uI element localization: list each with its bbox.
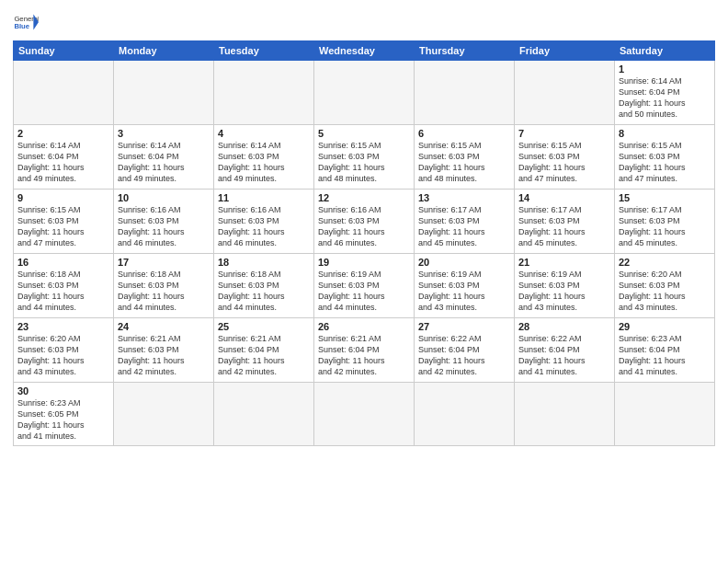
- day-number: 19: [318, 257, 410, 268]
- calendar-day-cell: 1Sunrise: 6:14 AM Sunset: 6:04 PM Daylig…: [615, 61, 715, 125]
- calendar-week-row: 1Sunrise: 6:14 AM Sunset: 6:04 PM Daylig…: [14, 61, 715, 125]
- calendar-day-cell: [515, 61, 615, 125]
- calendar-week-row: 2Sunrise: 6:14 AM Sunset: 6:04 PM Daylig…: [14, 125, 715, 190]
- day-number: 12: [318, 192, 410, 203]
- calendar-day-cell: 24Sunrise: 6:21 AM Sunset: 6:03 PM Dayli…: [114, 318, 214, 383]
- calendar-day-cell: 4Sunrise: 6:14 AM Sunset: 6:03 PM Daylig…: [214, 125, 314, 190]
- day-info: Sunrise: 6:18 AM Sunset: 6:03 PM Dayligh…: [218, 269, 310, 314]
- calendar-day-cell: 28Sunrise: 6:22 AM Sunset: 6:04 PM Dayli…: [515, 318, 615, 383]
- day-number: 20: [418, 257, 510, 268]
- calendar-day-cell: 7Sunrise: 6:15 AM Sunset: 6:03 PM Daylig…: [515, 125, 615, 190]
- day-number: 21: [518, 257, 610, 268]
- weekday-header-thursday: Thursday: [415, 41, 515, 61]
- day-number: 23: [17, 321, 109, 332]
- day-info: Sunrise: 6:21 AM Sunset: 6:04 PM Dayligh…: [318, 333, 410, 378]
- day-number: 5: [318, 128, 410, 139]
- weekday-header-wednesday: Wednesday: [314, 41, 415, 61]
- weekday-header-tuesday: Tuesday: [214, 41, 314, 61]
- day-number: 10: [118, 192, 210, 203]
- calendar-day-cell: 5Sunrise: 6:15 AM Sunset: 6:03 PM Daylig…: [314, 125, 415, 190]
- day-number: 13: [418, 192, 510, 203]
- calendar-day-cell: [114, 61, 214, 125]
- day-number: 16: [17, 257, 109, 268]
- header: General Blue: [13, 9, 715, 35]
- day-info: Sunrise: 6:14 AM Sunset: 6:04 PM Dayligh…: [619, 75, 711, 121]
- calendar-day-cell: 2Sunrise: 6:14 AM Sunset: 6:04 PM Daylig…: [14, 125, 114, 190]
- day-number: 29: [619, 321, 711, 332]
- day-number: 7: [518, 128, 610, 139]
- calendar-day-cell: 14Sunrise: 6:17 AM Sunset: 6:03 PM Dayli…: [515, 190, 615, 254]
- calendar-day-cell: 13Sunrise: 6:17 AM Sunset: 6:03 PM Dayli…: [415, 190, 515, 254]
- calendar-day-cell: 18Sunrise: 6:18 AM Sunset: 6:03 PM Dayli…: [214, 254, 314, 318]
- day-number: 15: [619, 192, 711, 203]
- day-info: Sunrise: 6:14 AM Sunset: 6:04 PM Dayligh…: [118, 140, 210, 185]
- day-info: Sunrise: 6:23 AM Sunset: 6:04 PM Dayligh…: [619, 333, 711, 378]
- svg-text:Blue: Blue: [14, 22, 29, 30]
- day-info: Sunrise: 6:15 AM Sunset: 6:03 PM Dayligh…: [518, 140, 610, 185]
- day-number: 11: [218, 192, 310, 203]
- day-number: 4: [218, 128, 310, 139]
- calendar-day-cell: [515, 383, 615, 446]
- calendar-day-cell: 8Sunrise: 6:15 AM Sunset: 6:03 PM Daylig…: [615, 125, 715, 190]
- calendar-day-cell: 9Sunrise: 6:15 AM Sunset: 6:03 PM Daylig…: [14, 190, 114, 254]
- day-number: 26: [318, 321, 410, 332]
- weekday-header-saturday: Saturday: [615, 41, 715, 61]
- weekday-header-sunday: Sunday: [14, 41, 114, 61]
- day-info: Sunrise: 6:18 AM Sunset: 6:03 PM Dayligh…: [118, 269, 210, 314]
- calendar-day-cell: [214, 383, 314, 446]
- day-number: 22: [619, 257, 711, 268]
- calendar-week-row: 9Sunrise: 6:15 AM Sunset: 6:03 PM Daylig…: [14, 190, 715, 254]
- calendar-day-cell: 3Sunrise: 6:14 AM Sunset: 6:04 PM Daylig…: [114, 125, 214, 190]
- calendar-day-cell: 12Sunrise: 6:16 AM Sunset: 6:03 PM Dayli…: [314, 190, 415, 254]
- calendar-day-cell: 17Sunrise: 6:18 AM Sunset: 6:03 PM Dayli…: [114, 254, 214, 318]
- calendar-day-cell: 21Sunrise: 6:19 AM Sunset: 6:03 PM Dayli…: [515, 254, 615, 318]
- day-info: Sunrise: 6:16 AM Sunset: 6:03 PM Dayligh…: [218, 204, 310, 249]
- calendar-day-cell: 16Sunrise: 6:18 AM Sunset: 6:03 PM Dayli…: [14, 254, 114, 318]
- day-info: Sunrise: 6:20 AM Sunset: 6:03 PM Dayligh…: [17, 333, 109, 378]
- day-number: 3: [118, 128, 210, 139]
- day-number: 17: [118, 257, 210, 268]
- calendar-day-cell: 26Sunrise: 6:21 AM Sunset: 6:04 PM Dayli…: [314, 318, 415, 383]
- day-number: 28: [518, 321, 610, 332]
- calendar-day-cell: 6Sunrise: 6:15 AM Sunset: 6:03 PM Daylig…: [415, 125, 515, 190]
- calendar-day-cell: [314, 383, 415, 446]
- day-info: Sunrise: 6:22 AM Sunset: 6:04 PM Dayligh…: [418, 333, 510, 378]
- day-info: Sunrise: 6:21 AM Sunset: 6:04 PM Dayligh…: [218, 333, 310, 378]
- day-info: Sunrise: 6:14 AM Sunset: 6:03 PM Dayligh…: [218, 140, 310, 185]
- weekday-header-monday: Monday: [114, 41, 214, 61]
- day-number: 2: [17, 128, 109, 139]
- calendar-day-cell: [114, 383, 214, 446]
- day-info: Sunrise: 6:23 AM Sunset: 6:05 PM Dayligh…: [17, 397, 109, 442]
- day-number: 27: [418, 321, 510, 332]
- weekday-header-row: SundayMondayTuesdayWednesdayThursdayFrid…: [14, 41, 715, 61]
- day-info: Sunrise: 6:15 AM Sunset: 6:03 PM Dayligh…: [318, 140, 410, 185]
- calendar-day-cell: 23Sunrise: 6:20 AM Sunset: 6:03 PM Dayli…: [14, 318, 114, 383]
- day-number: 24: [118, 321, 210, 332]
- calendar-day-cell: 22Sunrise: 6:20 AM Sunset: 6:03 PM Dayli…: [615, 254, 715, 318]
- calendar-day-cell: [314, 61, 415, 125]
- day-number: 30: [17, 385, 109, 396]
- day-info: Sunrise: 6:15 AM Sunset: 6:03 PM Dayligh…: [619, 140, 711, 185]
- day-info: Sunrise: 6:15 AM Sunset: 6:03 PM Dayligh…: [418, 140, 510, 185]
- day-number: 25: [218, 321, 310, 332]
- calendar-day-cell: [14, 61, 114, 125]
- day-info: Sunrise: 6:17 AM Sunset: 6:03 PM Dayligh…: [518, 204, 610, 249]
- page: General Blue SundayMondayTuesdayWednesda…: [0, 0, 728, 563]
- calendar-day-cell: 15Sunrise: 6:17 AM Sunset: 6:03 PM Dayli…: [615, 190, 715, 254]
- day-info: Sunrise: 6:15 AM Sunset: 6:03 PM Dayligh…: [17, 204, 109, 249]
- day-number: 1: [619, 63, 711, 75]
- calendar-day-cell: [415, 383, 515, 446]
- calendar-day-cell: [415, 61, 515, 125]
- weekday-header-friday: Friday: [515, 41, 615, 61]
- day-number: 14: [518, 192, 610, 203]
- day-info: Sunrise: 6:17 AM Sunset: 6:03 PM Dayligh…: [619, 204, 711, 249]
- calendar-day-cell: 30Sunrise: 6:23 AM Sunset: 6:05 PM Dayli…: [14, 383, 114, 446]
- day-info: Sunrise: 6:22 AM Sunset: 6:04 PM Dayligh…: [518, 333, 610, 378]
- calendar-day-cell: [615, 383, 715, 446]
- day-info: Sunrise: 6:19 AM Sunset: 6:03 PM Dayligh…: [518, 269, 610, 314]
- calendar-table: SundayMondayTuesdayWednesdayThursdayFrid…: [13, 40, 715, 446]
- calendar-day-cell: [214, 61, 314, 125]
- calendar-day-cell: 11Sunrise: 6:16 AM Sunset: 6:03 PM Dayli…: [214, 190, 314, 254]
- day-info: Sunrise: 6:17 AM Sunset: 6:03 PM Dayligh…: [418, 204, 510, 249]
- calendar-day-cell: 20Sunrise: 6:19 AM Sunset: 6:03 PM Dayli…: [415, 254, 515, 318]
